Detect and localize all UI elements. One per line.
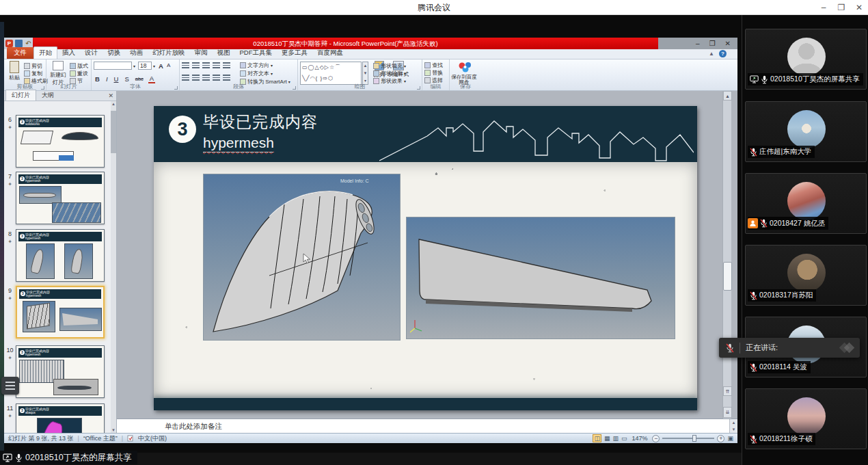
font-size-select[interactable]: 18▾ [138, 62, 155, 70]
underline-button[interactable]: U [113, 75, 120, 83]
paste-button[interactable]: 粘贴 [5, 61, 23, 81]
align-left-icon[interactable] [182, 75, 189, 81]
reset-button[interactable]: 重设 [70, 70, 88, 77]
align-text-button[interactable]: 对齐文本▾ [240, 70, 273, 77]
ppt-minimize-icon[interactable]: – [696, 40, 700, 47]
participant-tile[interactable]: 庄伟超|东南大学 [745, 101, 867, 162]
clipboard-dialog-launcher[interactable] [41, 86, 44, 90]
slide-sorter-button[interactable]: ▦ [604, 435, 610, 442]
close-icon[interactable]: ✕ [850, 0, 868, 15]
indent-increase-icon[interactable] [213, 62, 220, 68]
participant-tile[interactable]: 02018317肖苏阳 [745, 245, 867, 306]
speaking-indicator-tooltip: 正在讲话: [719, 338, 860, 358]
bold-button[interactable]: B [94, 75, 101, 83]
scrollbar-thumb[interactable] [723, 262, 732, 291]
tab-review[interactable]: 审阅 [190, 47, 213, 59]
align-center-icon[interactable] [192, 75, 200, 81]
slideshow-button[interactable]: ▭ [621, 435, 627, 442]
grow-font-button[interactable]: A [157, 62, 165, 70]
canvas-scrollbar[interactable]: ▲ ⇈ ⇊ [722, 91, 731, 418]
meeting-panel-toggle-button[interactable] [1, 377, 19, 395]
tab-insert[interactable]: 插入 [57, 47, 80, 59]
paragraph-dialog-launcher[interactable] [293, 86, 296, 90]
drawing-dialog-launcher[interactable] [417, 86, 420, 90]
panel-close-icon[interactable]: ✕ [108, 92, 113, 99]
new-slide-icon [53, 61, 64, 70]
tab-animations[interactable]: 动画 [125, 47, 148, 59]
justify-icon[interactable] [213, 75, 220, 81]
panel-tab-outline[interactable]: 大纲 [36, 90, 59, 101]
collapse-ribbon-icon[interactable]: ▲ [709, 51, 714, 57]
scroll-up-icon[interactable]: ▲ [723, 91, 732, 101]
next-slide-button[interactable]: ⇊ [723, 407, 732, 418]
zoom-slider[interactable] [662, 438, 714, 439]
copy-button[interactable]: 复制 [24, 70, 42, 77]
tab-pdf-tools[interactable]: PDF工具集 [235, 47, 277, 59]
tab-home[interactable]: 开始 [33, 46, 57, 59]
restore-icon[interactable]: ❐ [832, 0, 850, 15]
mic-muted-icon [750, 291, 757, 300]
shape-gallery[interactable]: ▭◯△◇▷☆⌒╲╱◠{ }⇨⬡ [300, 62, 362, 85]
italic-button[interactable]: I [105, 75, 109, 83]
layout-button[interactable]: 版式 [70, 62, 88, 70]
cut-button[interactable]: 剪切 [24, 62, 42, 70]
columns-icon[interactable] [223, 75, 230, 81]
animation-star-icon: ✦ [5, 413, 14, 419]
find-button[interactable]: 查找 [424, 62, 443, 69]
powerpoint-logo-icon[interactable]: P [5, 40, 13, 47]
shadow-button[interactable]: S [123, 75, 130, 83]
zoom-slider-thumb[interactable] [692, 435, 696, 442]
slide[interactable]: 3 毕设已完成内容 hypermesh [154, 106, 697, 410]
participant-tile-sharer[interactable]: 02018510丁昊杰的屏幕共享 [745, 29, 867, 90]
participant-tile[interactable]: 02018427 姚亿丞 [745, 173, 867, 234]
align-right-icon[interactable] [202, 75, 210, 81]
tab-transitions[interactable]: 切换 [103, 47, 125, 59]
save-icon[interactable] [15, 40, 23, 47]
notes-scrollbar[interactable]: ▲▼ [729, 419, 737, 434]
save-to-baidu-button[interactable]: 保存到百度网盘 [450, 61, 480, 85]
notes-placeholder[interactable]: 单击此处添加备注 [165, 422, 222, 431]
tab-design[interactable]: 设计 [80, 47, 103, 59]
shrink-font-button[interactable]: A [165, 62, 172, 68]
numbering-icon[interactable] [192, 62, 200, 68]
ppt-restore-icon[interactable]: ❐ [709, 40, 716, 47]
normal-view-button[interactable]: ◫ [593, 434, 601, 442]
indent-decrease-icon[interactable] [202, 62, 210, 68]
font-dialog-launcher[interactable] [174, 86, 178, 90]
zoom-in-button[interactable]: + [717, 435, 724, 442]
meeting-title: 腾讯会议 [0, 0, 868, 15]
zoom-out-button[interactable]: − [652, 435, 660, 442]
ppt-close-icon[interactable]: ✕ [725, 40, 731, 47]
shape-fill-button[interactable]: 形状填充▾ [373, 62, 406, 70]
app-root: 腾讯会议 – ❐ ✕ P ↶ ▾ 02018510丁昊杰中期答辩 - Micro… [0, 0, 868, 465]
slide-number-badge: 3 [169, 116, 196, 143]
hypermesh-wing-planform-image [407, 217, 675, 338]
reading-view-button[interactable]: ▥ [612, 435, 619, 442]
tab-slideshow[interactable]: 幻灯片放映 [148, 47, 190, 59]
language-indicator[interactable]: 中文(中国) [138, 434, 167, 443]
fit-to-window-button[interactable]: ▣ [727, 435, 733, 442]
strikethrough-button[interactable]: abc [134, 76, 145, 82]
bullets-icon[interactable] [182, 62, 189, 68]
help-icon[interactable]: ? [719, 50, 727, 57]
spell-check-icon[interactable] [127, 435, 134, 442]
shape-gallery-scroll[interactable]: ▲▼▾ [362, 62, 368, 85]
tab-baidu-pan[interactable]: 百度网盘 [312, 47, 348, 59]
undo-icon[interactable]: ↶ [25, 40, 32, 47]
tab-view[interactable]: 视图 [213, 47, 235, 59]
font-name-select[interactable]: ▾ [94, 62, 135, 70]
line-spacing-icon[interactable] [223, 62, 230, 68]
panel-tab-slides[interactable]: 幻灯片 [5, 90, 36, 101]
shape-effects-button[interactable]: 形状效果▾ [373, 77, 406, 85]
panel-scrollbar[interactable]: ▲ ▼ [111, 101, 116, 433]
minimize-icon[interactable]: – [815, 0, 832, 15]
tab-file[interactable]: 文件 [7, 47, 33, 59]
text-direction-button[interactable]: 文字方向▾ [240, 62, 273, 69]
shape-outline-button[interactable]: 形状轮廓▾ [373, 70, 406, 77]
ribbon: 粘贴 剪切 复制 格式刷 剪贴板 新建幻灯片 版式 重设 节 幻 [4, 59, 737, 91]
tab-more-tools[interactable]: 更多工具 [277, 47, 312, 59]
notes-pane[interactable]: 单击此处添加备注 ▲▼ [117, 418, 737, 433]
previous-slide-button[interactable]: ⇈ [723, 386, 732, 396]
replace-button[interactable]: 替换 [424, 69, 443, 77]
participant-tile[interactable]: 02018211徐子硕 [745, 388, 867, 449]
